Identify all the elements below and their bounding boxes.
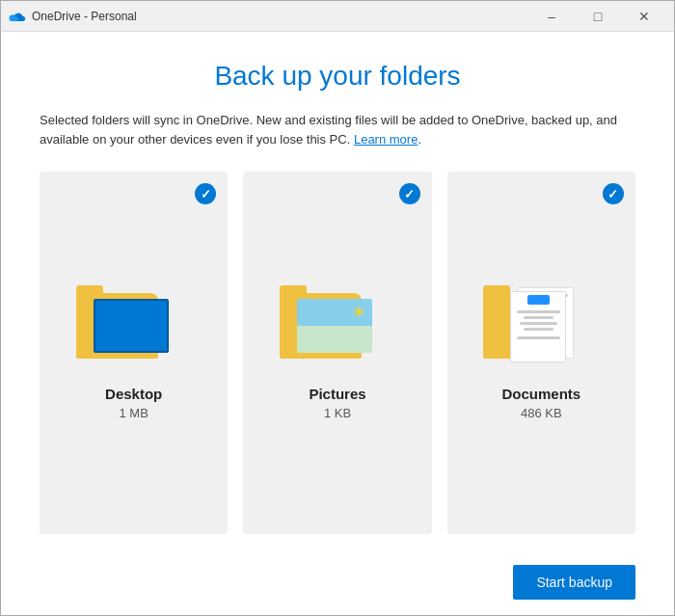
maximize-button[interactable]: □ (576, 1, 620, 32)
folders-grid: ✓ Desktop 1 MB ✓ Pictures 1 KB ✓ (40, 172, 635, 534)
desktop-folder-icon (76, 285, 192, 372)
minimize-button[interactable]: – (529, 1, 574, 32)
documents-folder-name: Documents (501, 386, 580, 402)
onedrive-icon (9, 8, 26, 25)
description-text: Selected folders will sync in OneDrive. … (40, 111, 635, 148)
documents-checkmark: ✓ (603, 183, 624, 204)
pictures-folder-name: Pictures (309, 386, 365, 402)
window-title: OneDrive - Personal (32, 10, 529, 23)
footer: Start backup (1, 553, 674, 615)
window-controls: – □ ✕ (529, 1, 666, 32)
learn-more-link[interactable]: Learn more (354, 132, 418, 147)
title-bar: OneDrive - Personal – □ ✕ (1, 1, 674, 32)
pictures-folder-size: 1 KB (324, 406, 351, 420)
documents-folder-size: 486 KB (521, 406, 562, 420)
desktop-folder-card[interactable]: ✓ Desktop 1 MB (40, 172, 228, 534)
pictures-checkmark: ✓ (399, 183, 420, 204)
main-content: Back up your folders Selected folders wi… (1, 32, 674, 553)
desktop-folder-name: Desktop (105, 386, 162, 402)
documents-folder-card[interactable]: ✓ Documents 486 KB (447, 172, 635, 534)
pictures-folder-card[interactable]: ✓ Pictures 1 KB (243, 172, 431, 534)
desktop-folder-size: 1 MB (119, 406, 148, 420)
documents-folder-icon (483, 285, 599, 372)
close-button[interactable]: ✕ (622, 1, 666, 32)
start-backup-button[interactable]: Start backup (513, 565, 635, 600)
pictures-folder-icon (280, 285, 395, 372)
page-title: Back up your folders (40, 61, 635, 92)
desktop-checkmark: ✓ (195, 183, 216, 204)
